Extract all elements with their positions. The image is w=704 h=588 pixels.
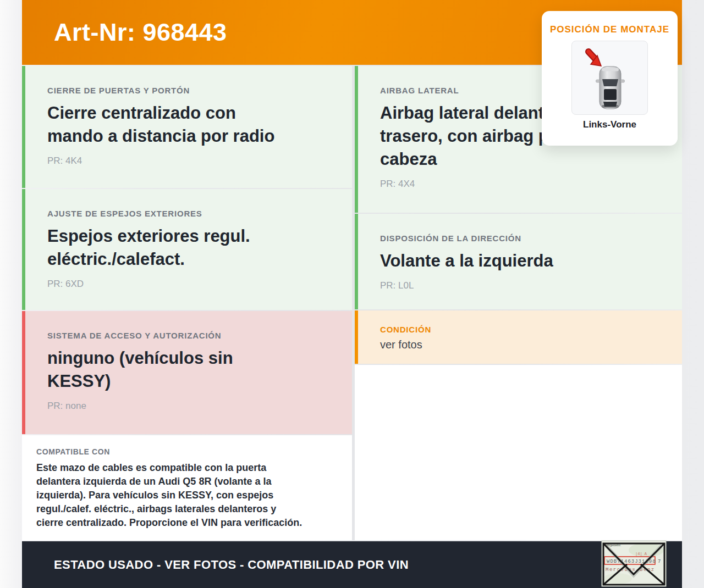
vin-suffix: 7 (658, 559, 661, 564)
red-arrow-icon (588, 52, 601, 66)
vin-document-envelope-graphic: Fahrgestellnr. |4| A WDB71463J31298 7 Me… (601, 540, 667, 587)
card-title: ninguno (vehículos sin KESSY) (47, 347, 330, 393)
rear-window (603, 102, 617, 107)
mounting-position-value: Links-Vorne (542, 119, 678, 130)
listing-page: Art-Nr: 968443 CIERRE DE PUERTAS Y PORTÓ… (0, 0, 704, 588)
card-compatible-con: COMPATIBLE CON Este mazo de cables es co… (22, 435, 352, 540)
card-disposicion-direccion: DISPOSICIÓN DE LA DIRECCIÓN Volante a la… (355, 214, 682, 309)
card-cierre-centralizado: CIERRE DE PUERTAS Y PORTÓN Cierre centra… (22, 66, 352, 188)
compatibility-description: Este mazo de cables es compatible con la… (36, 461, 338, 530)
right-column-empty-area (355, 365, 682, 540)
card-title: Espejos exteriores regul. eléctric./cale… (47, 225, 330, 271)
windshield (602, 79, 618, 86)
card-title: Volante a la izquierda (380, 249, 660, 273)
registration-document: Fahrgestellnr. |4| A WDB71463J31298 7 Me… (602, 541, 666, 586)
card-label: AJUSTE DE ESPEJOS EXTERIORES (47, 209, 330, 218)
pr-code: PR: 6XD (47, 279, 330, 290)
card-espejos-exteriores: AJUSTE DE ESPEJOS EXTERIORES Espejos ext… (22, 189, 352, 310)
pr-code: PR: none (47, 401, 330, 412)
pr-code: PR: 4K4 (47, 156, 330, 167)
right-mirror (621, 80, 625, 82)
mounting-position-label: POSICIÓN DE MONTAJE (542, 24, 678, 35)
footer-banner: ESTADO USADO - VER FOTOS - COMPATIBILIDA… (22, 541, 682, 588)
card-title: Cierre centralizado con mando a distanci… (47, 102, 330, 148)
card-label: COMPATIBLE CON (36, 447, 338, 456)
pr-code: PR: 4X4 (380, 179, 660, 190)
footer-text: ESTADO USADO - VER FOTOS - COMPATIBILIDA… (54, 558, 409, 572)
card-condicion: CONDICIÓN ver fotos (355, 310, 682, 364)
card-label: CONDICIÓN (380, 325, 660, 334)
card-label: DISPOSICIÓN DE LA DIRECCIÓN (380, 234, 660, 243)
doc-mark: |4| A (635, 552, 647, 556)
car-position-image-frame (571, 41, 648, 115)
envelope-over-registration-icon: Fahrgestellnr. |4| A WDB71463J31298 7 Me… (601, 540, 667, 587)
card-label: CIERRE DE PUERTAS Y PORTÓN (47, 86, 330, 95)
sunroof (604, 89, 617, 100)
card-sistema-acceso: SISTEMA DE ACCESO Y AUTORIZACIÓN ninguno… (22, 311, 352, 434)
condition-value: ver fotos (380, 339, 660, 351)
article-number-title: Art-Nr: 968443 (54, 18, 227, 47)
car-top-view-icon (572, 41, 648, 115)
left-mirror (596, 80, 600, 82)
card-label: SISTEMA DE ACCESO Y AUTORIZACIÓN (47, 331, 330, 340)
pr-code: PR: L0L (380, 280, 660, 291)
mounting-position-card: POSICIÓN DE MONTAJE (542, 11, 678, 146)
